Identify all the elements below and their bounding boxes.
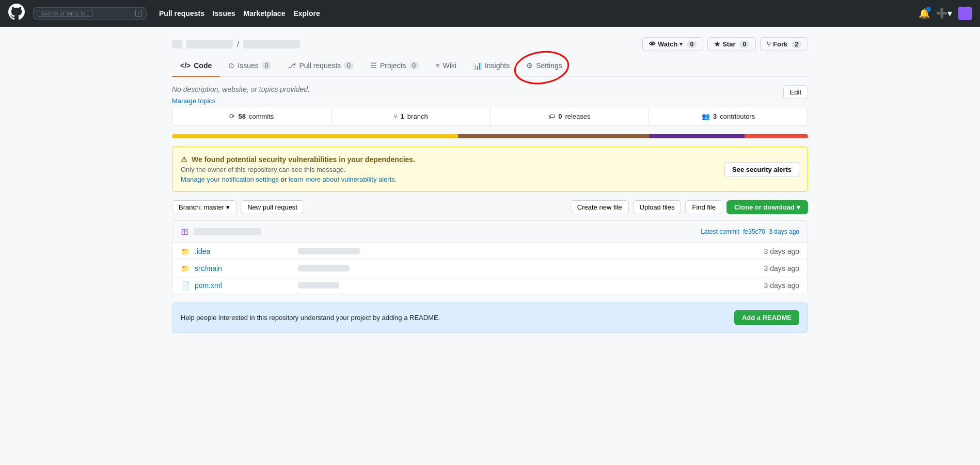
fork-label: Fork [773,40,787,48]
add-readme-button[interactable]: Add a README [734,310,799,325]
commits-count: 58 [238,113,245,120]
file-btns-right: Create new file Upload files Find file C… [571,200,808,214]
find-file-button[interactable]: Find file [685,200,722,214]
readme-banner: Help people interested in this repositor… [172,302,808,333]
tab-projects[interactable]: ☰ Projects 0 [362,55,427,77]
file-row: 📁 .idea 3 days ago [172,243,808,260]
tab-settings[interactable]: ⚙ Settings [518,55,571,77]
repo-owner-placeholder [186,40,233,49]
tab-issues-label: Issues [238,61,258,70]
file-toolbar: Branch: master ▾ New pull request Create… [172,200,808,214]
file-name-idea[interactable]: .idea [195,247,298,255]
file-commit-0 [298,248,748,254]
notification-dot [926,7,931,12]
contributors-stat[interactable]: 👥 3 contributors [649,107,808,125]
description-text: No description, website, or topics provi… [172,85,310,93]
file-icon: 📄 [181,281,189,290]
search-box[interactable]: Search or jump to... / [33,7,147,20]
nav-pull-requests[interactable]: Pull requests [159,9,204,18]
committer-placeholder [194,228,261,235]
edit-button[interactable]: Edit [783,85,808,99]
notification-bell[interactable]: 🔔 [919,8,930,19]
tab-wiki[interactable]: ≡ Wiki [427,55,465,77]
nav-right: 🔔 ➕▾ [919,7,972,20]
repo-actions: 👁 Watch ▾ 0 ★ Star 0 ⑂ Fork 2 [642,37,808,51]
clone-download-label: Clone or download [734,203,795,211]
star-count: 0 [739,41,749,48]
branch-label: Branch: master [179,203,224,211]
add-menu[interactable]: ➕▾ [936,8,952,19]
upload-files-button[interactable]: Upload files [633,200,682,214]
tab-code[interactable]: </> Code [172,55,220,77]
repo-tabs: </> Code ⊙ Issues 0 ⎇ Pull requests 0 ☰ … [172,55,808,77]
tab-settings-label: Settings [536,61,562,70]
projects-icon: ☰ [370,61,377,70]
language-bar [172,134,808,138]
security-alert-title: ⚠ We found potential security vulnerabil… [181,155,415,164]
new-pull-request-button[interactable]: New pull request [241,200,304,214]
tab-pull-requests[interactable]: ⎇ Pull requests 0 [279,55,362,77]
latest-commit-info: Latest commit fe35c70 3 days ago [701,228,799,235]
main-content: / 👁 Watch ▾ 0 ★ Star 0 ⑂ Fork 2 </ [160,27,820,343]
file-name-src[interactable]: src/main [195,264,298,272]
projects-count: 0 [409,61,419,70]
star-icon: ★ [714,40,720,48]
releases-count: 0 [558,113,562,120]
github-logo[interactable] [8,4,25,23]
security-title-text: We found potential security vulnerabilit… [192,155,415,164]
commit-placeholder [298,282,339,288]
commits-icon: ⟳ [229,113,235,120]
security-alert-content: ⚠ We found potential security vulnerabil… [181,155,415,183]
tab-insights[interactable]: 📊 Insights [465,55,518,77]
nav-links: Pull requests Issues Marketplace Explore [159,9,320,18]
security-links: Manage your notification settings or lea… [181,175,415,183]
commit-hash-link[interactable]: fe35c70 [743,228,765,235]
fork-button[interactable]: ⑂ Fork 2 [760,37,808,51]
commits-label: commits [249,113,274,120]
clone-dropdown-icon: ▾ [797,203,800,211]
nav-marketplace[interactable]: Marketplace [244,9,286,18]
security-alert: ⚠ We found potential security vulnerabil… [172,147,808,192]
create-new-file-button[interactable]: Create new file [571,200,629,214]
avatar[interactable] [958,7,972,20]
nav-issues[interactable]: Issues [213,9,235,18]
star-button[interactable]: ★ Star 0 [707,37,756,51]
commit-placeholder [298,248,360,254]
file-time-2: 3 days ago [748,281,799,290]
repo-breadcrumb: / [172,40,300,49]
releases-label: releases [565,113,590,120]
vulnerability-alerts-link[interactable]: learn more about vulnerability alerts. [289,175,397,183]
branch-selector[interactable]: Branch: master ▾ [172,200,236,214]
file-commit-2 [298,282,748,288]
file-row: 📁 src/main 3 days ago [172,260,808,277]
branch-icon: ⑂ [393,113,398,120]
issues-icon: ⊙ [228,61,234,70]
fork-count: 2 [792,41,801,48]
manage-topics-link[interactable]: Manage topics [172,97,216,105]
branches-stat[interactable]: ⑂ 1 branch [331,107,491,125]
notification-settings-link[interactable]: Manage your notification settings [181,175,279,183]
folder-icon: 📁 [181,247,189,255]
tab-issues[interactable]: ⊙ Issues 0 [220,55,279,77]
commits-stat[interactable]: ⟳ 58 commits [172,107,331,125]
top-nav: Search or jump to... / Pull requests Iss… [0,0,980,27]
insights-icon: 📊 [473,61,482,70]
fork-icon: ⑂ [767,40,771,48]
nav-explore[interactable]: Explore [293,9,320,18]
contributors-count: 3 [713,113,717,120]
repo-icon [172,40,182,49]
branches-count: 1 [401,113,404,120]
clone-or-download-button[interactable]: Clone or download ▾ [726,200,808,214]
file-table-header: ⊞ Latest commit fe35c70 3 days ago [172,221,808,243]
file-row: 📄 pom.xml 3 days ago [172,277,808,294]
file-name-pom[interactable]: pom.xml [195,281,298,290]
search-placeholder: Search or jump to... [38,10,92,17]
repo-description: No description, website, or topics provi… [172,85,310,105]
tab-insights-label: Insights [485,61,510,70]
releases-stat[interactable]: 🏷 0 releases [491,107,650,125]
see-security-alerts-button[interactable]: See security alerts [724,162,799,177]
watch-icon: 👁 [649,40,656,48]
commit-header-icon: ⊞ [181,226,188,237]
file-time-1: 3 days ago [748,264,799,272]
watch-button[interactable]: 👁 Watch ▾ 0 [642,37,703,51]
